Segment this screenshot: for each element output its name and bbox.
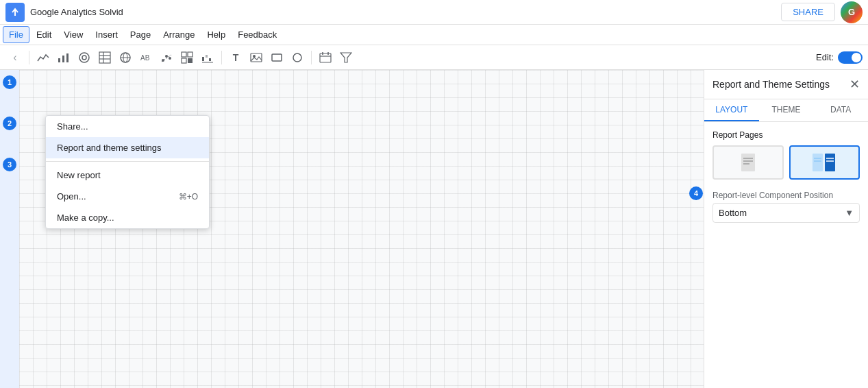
toolbar-separator-3: [311, 51, 312, 64]
tab-layout[interactable]: LAYOUT: [704, 99, 759, 121]
dropdown-new-report[interactable]: New report: [46, 165, 209, 186]
single-page-option[interactable]: [712, 145, 784, 180]
right-panel: 4 Report and Theme Settings ✕ LAYOUT THE…: [704, 70, 868, 388]
panel-title: Report and Theme Settings: [712, 79, 830, 90]
svg-rect-23: [206, 55, 208, 58]
back-icon[interactable]: ‹: [5, 48, 25, 67]
svg-rect-21: [188, 58, 193, 63]
step-indicators: 1 2 3: [0, 70, 19, 388]
step-4: 4: [689, 186, 703, 200]
svg-rect-40: [825, 154, 835, 171]
ab-test-icon[interactable]: AB: [136, 48, 156, 67]
close-button[interactable]: ✕: [850, 77, 860, 92]
position-select[interactable]: Bottom ▼: [712, 203, 860, 223]
step-2: 2: [3, 117, 16, 130]
svg-rect-18: [182, 52, 186, 57]
svg-rect-26: [251, 53, 262, 62]
menubar: File Edit View Insert Page Arrange Help …: [0, 25, 868, 45]
svg-rect-24: [209, 58, 211, 61]
line-chart-icon[interactable]: [34, 48, 53, 67]
menu-help[interactable]: Help: [201, 27, 231, 43]
file-dropdown: Share... Report and theme settings New r…: [45, 115, 210, 229]
dropdown-open[interactable]: Open... ⌘+O: [46, 186, 209, 207]
edit-toggle[interactable]: [838, 51, 863, 64]
menu-feedback[interactable]: Feedback: [232, 27, 282, 43]
report-pages-row: [712, 145, 860, 180]
donut-chart-icon[interactable]: [75, 48, 94, 67]
panel-tabs: LAYOUT THEME DATA: [704, 99, 868, 122]
toolbar-separator-2: [221, 51, 222, 64]
menu-edit[interactable]: Edit: [31, 27, 57, 43]
google-icon: G: [841, 1, 863, 23]
svg-point-5: [82, 56, 86, 60]
circle-icon[interactable]: [288, 48, 307, 67]
svg-marker-34: [340, 53, 351, 62]
step-1: 1: [3, 75, 16, 89]
menu-file[interactable]: File: [3, 26, 29, 43]
canvas-area[interactable]: Share... Report and theme settings New r…: [19, 70, 704, 388]
svg-rect-19: [188, 52, 193, 57]
geo-chart-icon[interactable]: [116, 48, 135, 67]
bar-chart-icon[interactable]: [54, 48, 73, 67]
svg-point-4: [79, 53, 89, 62]
panel-header: Report and Theme Settings ✕: [704, 70, 868, 99]
position-value: Bottom: [719, 208, 747, 218]
app-logo: [5, 3, 25, 22]
svg-text:AB: AB: [140, 54, 150, 62]
dropdown-share[interactable]: Share...: [46, 116, 209, 137]
table-icon[interactable]: [95, 48, 114, 67]
app-title: Google Analytics Solvid: [30, 7, 776, 17]
svg-rect-39: [813, 154, 823, 171]
dual-page-option[interactable]: [789, 145, 860, 180]
svg-point-16: [169, 57, 171, 60]
toolbar: ‹ AB T: [0, 45, 868, 70]
svg-rect-3: [66, 53, 69, 62]
step-3: 3: [3, 158, 16, 171]
share-button[interactable]: SHARE: [781, 3, 835, 21]
dropdown-make-copy[interactable]: Make a copy...: [46, 207, 209, 228]
filter-icon[interactable]: [336, 48, 356, 67]
svg-rect-28: [272, 54, 282, 61]
svg-rect-30: [320, 53, 331, 62]
edit-toggle-area: Edit:: [816, 51, 863, 64]
menu-arrange[interactable]: Arrange: [158, 27, 200, 43]
scatter-chart-icon[interactable]: [157, 48, 176, 67]
menu-insert[interactable]: Insert: [90, 27, 123, 43]
rectangle-icon[interactable]: [267, 48, 286, 67]
svg-rect-1: [58, 58, 60, 62]
svg-rect-35: [741, 154, 755, 171]
edit-label: Edit:: [816, 52, 834, 62]
svg-point-15: [165, 55, 168, 58]
svg-rect-20: [182, 58, 186, 63]
titlebar: Google Analytics Solvid SHARE G: [0, 0, 868, 25]
date-range-icon[interactable]: [316, 48, 335, 67]
report-pages-label: Report Pages: [712, 130, 860, 140]
svg-rect-22: [202, 57, 204, 61]
pivot-icon[interactable]: [177, 48, 197, 67]
svg-rect-2: [62, 56, 64, 62]
image-icon[interactable]: [247, 48, 266, 67]
waterfall-icon[interactable]: [198, 48, 217, 67]
tab-theme[interactable]: THEME: [759, 99, 814, 121]
menu-page[interactable]: Page: [125, 27, 156, 43]
tab-data[interactable]: DATA: [813, 99, 868, 121]
dropdown-separator: [46, 161, 209, 162]
dropdown-report-theme[interactable]: Report and theme settings: [46, 137, 209, 158]
text-icon[interactable]: T: [226, 48, 245, 67]
svg-rect-6: [99, 52, 110, 63]
svg-point-29: [293, 53, 301, 62]
toolbar-separator-1: [29, 51, 29, 64]
chevron-down-icon: ▼: [845, 208, 854, 218]
panel-body: Report Pages: [704, 122, 868, 388]
menu-view[interactable]: View: [58, 27, 88, 43]
main-area: 1 2 3 Share... Report and theme settings…: [0, 70, 868, 388]
position-label: Report-level Component Position: [712, 191, 860, 200]
open-shortcut: ⌘+O: [179, 192, 198, 202]
